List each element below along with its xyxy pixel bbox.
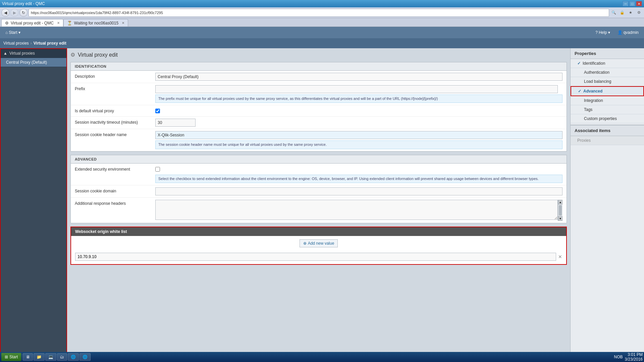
user-button[interactable]: 👤 qvadmin bbox=[615, 29, 641, 36]
prefix-label: Prefix bbox=[75, 85, 155, 91]
sidebar-item-central-proxy[interactable]: Central Proxy (Default) bbox=[1, 58, 66, 67]
scrollbar-up-button[interactable]: ▲ bbox=[558, 200, 562, 204]
session-cookie-hint: The session cookie header name must be u… bbox=[155, 140, 562, 149]
taskbar-item-3[interactable]: 💻 bbox=[45, 353, 56, 361]
taskbar-item-6[interactable]: 🌐 bbox=[79, 353, 91, 361]
start-button[interactable]: ⌂ Start ▾ bbox=[3, 29, 22, 36]
taskbar: ⊞ Start 🖥 📁 💻 🗂 🌐 🌐 NOB 3:01 PM 3/23/201… bbox=[0, 352, 644, 362]
is-default-checkbox[interactable] bbox=[155, 109, 160, 113]
properties-integration-label: Integration bbox=[584, 98, 603, 103]
tab-virtual-proxy-edit[interactable]: ⚙ Virtual proxy edit - QMC ✕ bbox=[1, 19, 63, 26]
window-title: Virtual proxy edit - QMC bbox=[2, 1, 45, 6]
associated-item-proxies[interactable]: Proxies bbox=[571, 136, 644, 145]
breadcrumb-virtual-proxies[interactable]: Virtual proxies bbox=[3, 41, 29, 46]
help-icon: ? bbox=[595, 30, 598, 35]
session-cookie-domain-control bbox=[155, 187, 562, 195]
address-bar[interactable] bbox=[29, 9, 609, 17]
page-title-icon: ⚙ bbox=[70, 52, 75, 58]
scrollbar-thumb[interactable] bbox=[559, 205, 562, 216]
add-new-value-button[interactable]: ⊕ Add new value bbox=[300, 239, 338, 247]
tab-close-icon[interactable]: ✕ bbox=[57, 21, 60, 25]
proxies-label: Proxies bbox=[577, 138, 591, 143]
tab-waiting[interactable]: ⏳ Waiting for noc06as0015 ✕ bbox=[63, 19, 128, 26]
session-cookie-domain-row: Session cookie domain bbox=[71, 185, 567, 198]
extended-security-hint: Select the checkbox to send extended inf… bbox=[155, 175, 562, 183]
tab-close-icon2[interactable]: ✕ bbox=[122, 21, 124, 25]
extended-security-label: Extended security environment bbox=[75, 166, 155, 172]
settings-icon[interactable]: ⚙ bbox=[635, 9, 643, 16]
help-label: Help bbox=[599, 30, 607, 35]
browser-nav: ◀ ▶ ↻ 🔍 🔒 ★ ⚙ bbox=[0, 7, 644, 18]
sidebar-section-label: Virtual proxies bbox=[9, 51, 35, 56]
taskbar-item-4[interactable]: 🗂 bbox=[57, 353, 67, 361]
home-icon: ⌂ bbox=[5, 30, 8, 35]
start-label: Start bbox=[9, 30, 17, 35]
taskbar-time: 3:01 PM bbox=[625, 352, 643, 357]
taskbar-start-button[interactable]: ⊞ Start bbox=[1, 353, 21, 361]
description-input[interactable] bbox=[155, 73, 562, 81]
content-area: ⚙ Virtual proxy edit IDENTIFICATION Desc… bbox=[67, 48, 570, 362]
properties-item-authentication[interactable]: Authentication bbox=[571, 68, 644, 77]
extended-security-checkbox[interactable] bbox=[155, 167, 160, 172]
properties-item-advanced[interactable]: ✓ Advanced bbox=[571, 86, 644, 96]
properties-tags-label: Tags bbox=[584, 107, 592, 112]
properties-identification-label: Identification bbox=[583, 61, 605, 66]
taskbar-item-5[interactable]: 🌐 bbox=[68, 353, 79, 361]
forward-button[interactable]: ▶ bbox=[10, 9, 18, 17]
tab-favicon2: ⏳ bbox=[67, 21, 72, 25]
search-icon[interactable]: 🔍 bbox=[610, 9, 618, 16]
title-bar-left: Virtual proxy edit - QMC bbox=[2, 1, 45, 6]
title-bar: Virtual proxy edit - QMC ─ □ ✕ bbox=[0, 0, 644, 7]
help-button[interactable]: ? Help ▾ bbox=[593, 29, 612, 36]
additional-response-row: Additional response headers ▲ ▼ bbox=[71, 198, 567, 223]
taskbar-item-2[interactable]: 📁 bbox=[34, 353, 45, 361]
session-timeout-row: Session inactivity timeout (minutes) bbox=[71, 117, 567, 129]
refresh-button[interactable]: ↻ bbox=[19, 9, 28, 17]
session-cookie-row: Session cookie header name The session c… bbox=[71, 129, 567, 151]
websocket-value-input[interactable] bbox=[75, 253, 556, 261]
close-button[interactable]: ✕ bbox=[636, 1, 642, 6]
maximize-button[interactable]: □ bbox=[629, 1, 635, 6]
properties-item-identification[interactable]: ✓ Identification bbox=[571, 59, 644, 68]
star-icon[interactable]: ★ bbox=[627, 9, 634, 16]
session-cookie-domain-input[interactable] bbox=[155, 187, 562, 195]
taskbar-icon-2: 📁 bbox=[37, 355, 42, 359]
page-title: Virtual proxy edit bbox=[78, 52, 118, 58]
taskbar-item-1[interactable]: 🖥 bbox=[23, 353, 33, 361]
breadcrumb-virtual-proxy-edit: Virtual proxy edit bbox=[34, 41, 66, 46]
remove-value-button[interactable]: ✕ bbox=[558, 254, 562, 259]
description-control bbox=[155, 73, 562, 81]
title-bar-controls: ─ □ ✕ bbox=[623, 1, 642, 6]
start-dropdown-icon: ▾ bbox=[18, 30, 20, 35]
associated-items-title: Associated items bbox=[571, 125, 644, 136]
lock-icon[interactable]: 🔒 bbox=[619, 9, 626, 16]
session-cookie-input[interactable] bbox=[155, 131, 562, 139]
textarea-scrollbar[interactable]: ▲ ▼ bbox=[558, 200, 562, 221]
session-cookie-control: The session cookie header name must be u… bbox=[155, 131, 562, 149]
websocket-title: Websocket origin white list bbox=[71, 227, 566, 236]
advanced-section-title: ADVANCED bbox=[71, 155, 567, 164]
advanced-check-icon: ✓ bbox=[578, 89, 581, 94]
properties-item-load-balancing[interactable]: Load balancing bbox=[571, 77, 644, 86]
back-button[interactable]: ◀ bbox=[1, 9, 9, 17]
properties-item-custom-properties[interactable]: Custom properties bbox=[571, 114, 644, 123]
is-default-row: Is default virtual proxy bbox=[71, 105, 567, 117]
taskbar-clock: 3:01 PM 3/23/2016 bbox=[625, 352, 643, 362]
session-timeout-input[interactable] bbox=[155, 119, 196, 127]
identification-section-title: IDENTIFICATION bbox=[71, 62, 567, 71]
sidebar-section-virtual-proxies[interactable]: ▲ Virtual proxies bbox=[1, 49, 66, 58]
extended-security-row: Extended security environment Select the… bbox=[71, 164, 567, 185]
properties-item-tags[interactable]: Tags bbox=[571, 105, 644, 114]
description-row: Description bbox=[71, 71, 567, 83]
taskbar-lang: NOB bbox=[614, 355, 623, 359]
extended-security-control: Select the checkbox to send extended inf… bbox=[155, 166, 562, 183]
properties-item-integration[interactable]: Integration bbox=[571, 96, 644, 105]
additional-response-textarea[interactable] bbox=[155, 200, 558, 220]
prefix-control: The prefix must be unique for all virtua… bbox=[155, 85, 562, 103]
scrollbar-down-button[interactable]: ▼ bbox=[558, 216, 562, 221]
identification-section: IDENTIFICATION Description Prefix The pr… bbox=[70, 62, 567, 152]
minimize-button[interactable]: ─ bbox=[623, 1, 629, 6]
taskbar-icon-3: 💻 bbox=[48, 355, 53, 359]
prefix-input[interactable] bbox=[155, 85, 558, 93]
toolbar-right: ? Help ▾ 👤 qvadmin bbox=[593, 29, 641, 36]
